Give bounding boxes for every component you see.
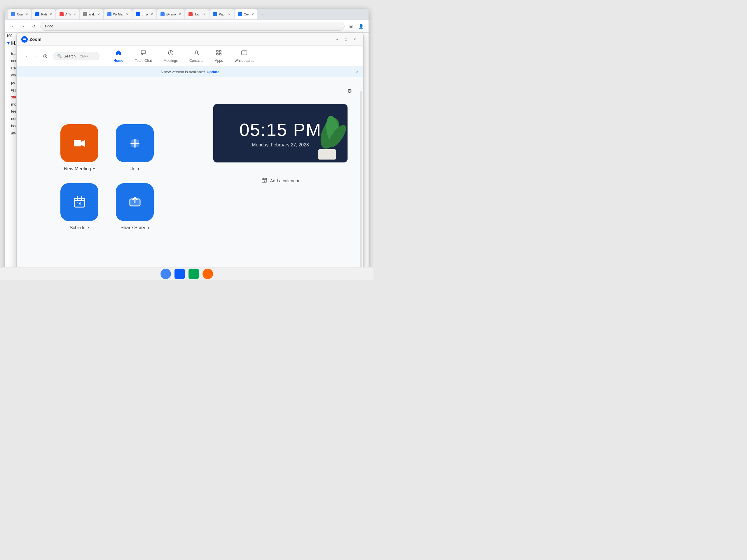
search-icon: 🔍 [57,54,62,58]
tab-meetings[interactable]: Meetings [158,47,183,65]
forward-button[interactable]: › [19,22,27,30]
zoom-minimize-button[interactable]: − [334,35,341,43]
address-input[interactable] [40,22,344,31]
banner-close-button[interactable]: × [356,70,359,75]
tab-8[interactable]: Jou· × [185,9,209,19]
tab-favicon [83,12,87,16]
zoom-history-button[interactable] [41,52,49,60]
tab-3[interactable]: A Ti × [56,9,79,19]
bg-dropdown-arrow[interactable]: ▼ | [6,41,12,46]
tab-favicon [107,12,111,16]
team-chat-icon [140,50,147,57]
zoom-logo-icon [21,36,28,43]
nav-controls: ‹ › [23,52,49,60]
tab-close-icon[interactable]: × [179,12,181,16]
taskbar-item-4[interactable] [203,269,213,279]
tab-close-icon[interactable]: × [26,12,28,16]
svg-rect-6 [220,50,221,52]
action-grid: New Meeting ▾ [60,124,154,231]
svg-marker-1 [25,38,26,41]
tab-favicon [238,12,242,16]
tab-close-icon[interactable]: × [252,12,254,16]
join-button[interactable] [116,124,154,162]
bg-counter: 100 [6,34,12,38]
zoom-maximize-button[interactable]: □ [342,35,350,43]
update-link[interactable]: Update [207,70,220,74]
new-meeting-action: New Meeting ▾ [60,124,98,171]
new-tab-button[interactable]: + [258,10,266,18]
add-calendar-button[interactable]: Add a calendar [261,177,300,184]
settings-button[interactable]: ⚙ [344,86,355,96]
tab-apps[interactable]: Apps [209,47,229,65]
tab-whiteboards-label: Whiteboards [235,59,254,63]
zoom-main-content: New Meeting ▾ [17,77,363,277]
profile-button[interactable]: 👤 [357,22,365,30]
zoom-titlebar: Zoom − □ × [17,33,363,46]
tab-close-icon[interactable]: × [229,12,231,16]
tab-home[interactable]: Home [108,47,129,65]
tab-7[interactable]: G· am· × [157,9,184,19]
tab-meetings-label: Meetings [163,59,178,63]
tab-close-icon[interactable]: × [126,12,128,16]
whiteboards-icon [241,50,248,57]
tab-bar: Cou × Pah × A Ti × wal: × W· Ma· × trns·… [5,9,368,20]
tab-9[interactable]: Pau· × [209,9,234,19]
zoom-window: Zoom − □ × ‹ › 🔍 Se [16,33,364,280]
taskbar-item-2[interactable] [175,269,185,279]
search-shortcut: Ctrl+F [80,55,88,58]
schedule-text: Schedule [70,225,89,231]
search-box[interactable]: 🔍 Search Ctrl+F [53,52,100,60]
tab-title: W· Ma· [113,12,123,16]
share-screen-label: Share Screen [121,225,149,231]
tab-close-icon[interactable]: × [74,12,76,16]
back-button[interactable]: ‹ [9,22,17,30]
reload-button[interactable]: ↺ [30,22,38,30]
zoom-back-button[interactable]: ‹ [23,52,31,60]
tab-team-chat[interactable]: Team Chat [129,47,158,65]
tab-title: wal: [89,12,95,16]
tab-apps-label: Apps [215,59,223,63]
calendar-section: Add a calendar [213,168,347,193]
zoom-close-button[interactable]: × [351,35,359,43]
taskbar-item-3[interactable] [188,269,199,279]
svg-rect-8 [220,53,221,55]
schedule-button[interactable]: 19 [60,183,98,221]
schedule-label: Schedule [70,225,89,231]
tab-close-icon[interactable]: × [151,12,153,16]
tab-contacts[interactable]: Contacts [183,47,209,65]
new-meeting-label: New Meeting ▾ [64,166,95,171]
zoom-nav-tabs: Home Team Chat [108,47,260,65]
home-icon [115,50,122,57]
tab-whiteboards[interactable]: Whiteboards [229,47,260,65]
zoom-forward-button[interactable]: › [32,52,40,60]
new-meeting-button[interactable] [60,124,98,162]
tab-1[interactable]: Cou × [7,9,31,19]
tab-team-chat-label: Team Chat [135,59,152,63]
svg-rect-9 [241,51,247,55]
tab-6[interactable]: trns· × [132,9,156,19]
zoom-logo: Zoom [21,36,42,43]
join-action: Join [116,124,154,171]
zoom-window-controls: − □ × [334,35,359,43]
new-meeting-chevron[interactable]: ▾ [93,167,95,171]
tab-2[interactable]: Pah × [32,9,55,19]
tab-close-icon[interactable]: × [50,12,52,16]
contacts-icon [193,50,200,57]
tab-title: Jou· [194,12,201,16]
join-text: Join [130,166,139,171]
scroll-indicator[interactable] [360,91,362,269]
tab-favicon [188,12,192,16]
tab-10-active[interactable]: Co· × [235,9,257,19]
tab-4[interactable]: wal: × [80,9,103,19]
zoom-navbar: ‹ › 🔍 Search Ctrl+F [17,46,363,67]
taskbar-item-1[interactable] [160,269,171,279]
tab-5[interactable]: W· Ma· × [104,9,132,19]
apps-icon [216,50,222,57]
tab-favicon [213,12,217,16]
svg-text:19: 19 [77,202,81,206]
tab-close-icon[interactable]: × [98,12,100,16]
tab-close-icon[interactable]: × [203,12,205,16]
share-screen-button[interactable] [116,183,154,221]
zoom-app-title: Zoom [29,37,42,42]
extensions-button[interactable]: ⊞ [347,22,355,30]
